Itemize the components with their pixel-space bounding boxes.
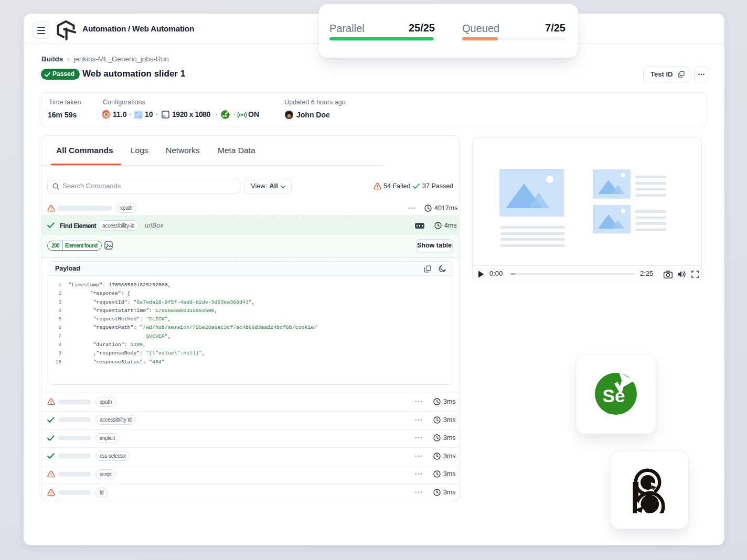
svg-text:se: se [222, 113, 227, 118]
svg-text:Se: Se [603, 385, 625, 406]
